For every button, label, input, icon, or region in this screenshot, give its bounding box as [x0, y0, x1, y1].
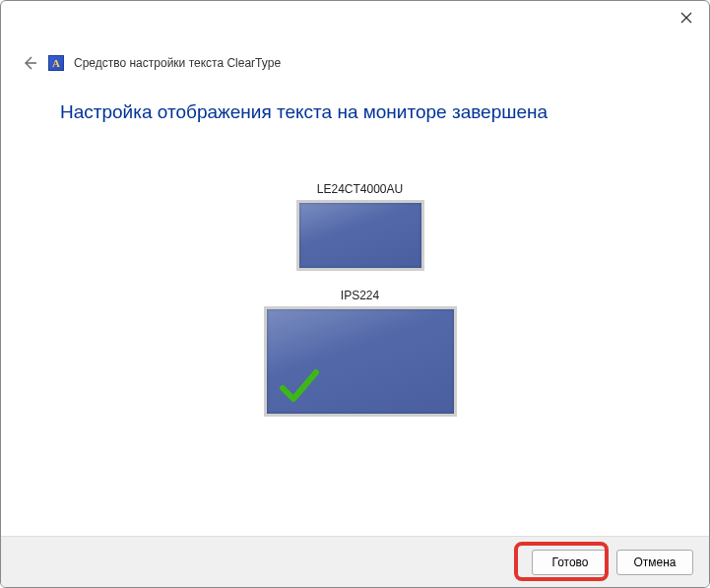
monitor-preview[interactable] [296, 200, 424, 271]
done-button[interactable]: Готово [532, 550, 609, 575]
checkmark-icon [277, 364, 320, 408]
monitor-item: IPS224 [264, 289, 457, 417]
arrow-left-icon [22, 55, 37, 71]
back-button[interactable] [21, 54, 38, 72]
close-button[interactable] [679, 11, 693, 25]
monitor-label: IPS224 [341, 289, 379, 302]
page-heading: Настройка отображения текста на мониторе… [60, 101, 660, 123]
content-area: Настройка отображения текста на мониторе… [1, 72, 709, 536]
monitor-preview[interactable] [264, 306, 457, 417]
header-row: A Средство настройки текста ClearType [1, 40, 709, 72]
window-title: Средство настройки текста ClearType [74, 56, 281, 70]
footer-bar: Готово Отмена [1, 536, 709, 587]
monitor-label: LE24CT4000AU [317, 182, 403, 196]
app-icon: A [48, 55, 64, 71]
monitors-list: LE24CT4000AU IPS224 [60, 182, 660, 417]
monitor-item: LE24CT4000AU [296, 182, 424, 271]
close-icon [680, 12, 692, 24]
cancel-button[interactable]: Отмена [616, 550, 693, 575]
